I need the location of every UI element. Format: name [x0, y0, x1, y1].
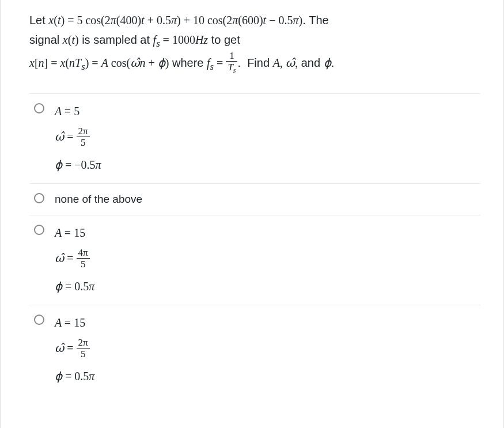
option-3[interactable]: A = 15 ω̂ = 4π5 ϕ = 0.5π	[29, 215, 480, 305]
opt4-omega: ω̂ = 2π5	[55, 339, 94, 360]
radio-icon[interactable]	[34, 315, 44, 325]
option-4[interactable]: A = 15 ω̂ = 2π5 ϕ = 0.5π	[29, 305, 480, 395]
frac-num: 4π	[77, 248, 90, 259]
q-text: .	[331, 56, 335, 69]
q-text: where	[169, 56, 207, 69]
q-fs2: fs =	[207, 56, 226, 69]
radio-icon[interactable]	[34, 193, 44, 203]
radio-icon[interactable]	[34, 103, 44, 113]
question-stem: Let x(t) = 5 cos(2π(400)t + 0.5π) + 10 c…	[29, 10, 480, 76]
q-text: . Find	[237, 56, 272, 69]
opt2-text: none of the above	[55, 193, 142, 205]
question-container: Let x(t) = 5 cos(2π(400)t + 0.5π) + 10 c…	[0, 0, 504, 428]
q-text: Let	[29, 14, 48, 26]
frac-den: Ts	[226, 62, 237, 74]
opt3-phi: ϕ = 0.5π	[55, 278, 94, 294]
option-2[interactable]: none of the above	[29, 184, 480, 216]
frac-den: 5	[77, 259, 90, 269]
opt1-omega: ω̂ = 2π5	[55, 127, 101, 149]
q-signal: x(t)	[63, 33, 79, 46]
q-text: signal	[29, 33, 63, 46]
option-1[interactable]: A = 5 ω̂ = 2π5 ϕ = −0.5π	[29, 93, 480, 184]
option-4-content: A = 15 ω̂ = 2π5 ϕ = 0.5π	[55, 312, 94, 387]
opt1-line1: A = 5	[55, 103, 101, 119]
q-text: to get	[208, 33, 240, 46]
frac-num: 1	[226, 51, 237, 62]
q-text: is sampled at	[79, 33, 153, 46]
q-fs: fs = 1000Hz	[153, 33, 209, 46]
q-text: . The	[302, 14, 329, 26]
frac-den: 5	[77, 349, 90, 359]
q-expr-2: x[n] = x(nTs) = A cos(ω̂n + ϕ)	[29, 56, 169, 69]
opt1-phi: ϕ = −0.5π	[55, 157, 101, 173]
q-phi: ϕ	[324, 56, 331, 69]
opt4-line1: A = 15	[55, 315, 94, 331]
q-expr-1: x(t) = 5 cos(2π(400)t + 0.5π) + 10 cos(2…	[48, 14, 302, 26]
opt4-phi: ϕ = 0.5π	[55, 368, 94, 384]
frac-den: 5	[77, 137, 90, 147]
q-text: and	[298, 56, 323, 69]
frac-num: 2π	[77, 338, 90, 349]
option-1-content: A = 5 ω̂ = 2π5 ϕ = −0.5π	[55, 101, 101, 175]
options-list: A = 5 ω̂ = 2π5 ϕ = −0.5π none of the abo…	[29, 93, 480, 395]
radio-icon[interactable]	[34, 225, 44, 235]
option-2-content: none of the above	[55, 191, 142, 207]
option-3-content: A = 15 ω̂ = 4π5 ϕ = 0.5π	[55, 222, 94, 297]
frac-num: 2π	[77, 126, 90, 137]
opt3-omega: ω̂ = 4π5	[55, 249, 94, 270]
q-frac: 1Ts	[226, 51, 237, 74]
q-find: A, ω̂,	[273, 56, 298, 69]
opt3-line1: A = 15	[55, 225, 94, 241]
